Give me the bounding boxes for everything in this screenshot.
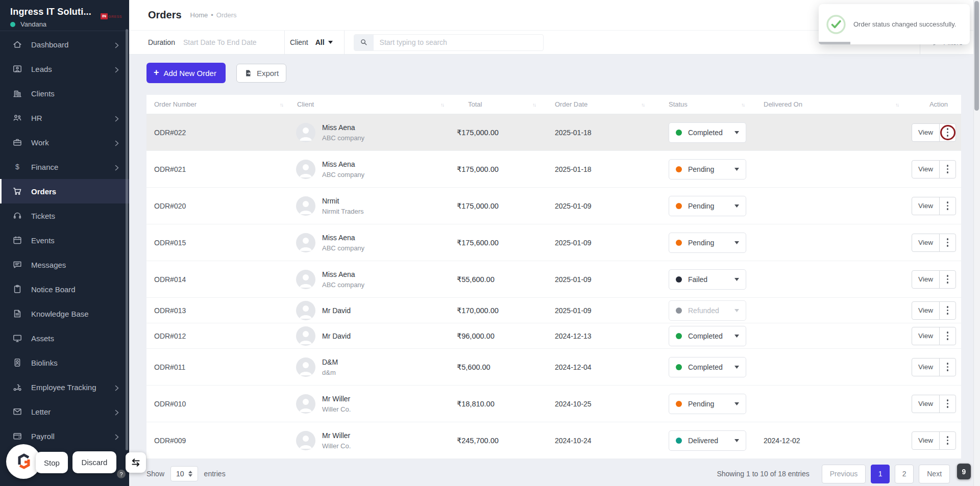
sidebar-nav: DashboardLeadsClientsHRWork$FinanceOrder… (0, 32, 129, 448)
sort-icon[interactable]: ↑↓ (895, 101, 898, 107)
sidebar-item-tickets[interactable]: Tickets (0, 203, 129, 228)
view-button[interactable]: View (912, 395, 939, 413)
order-number: ODR#015 (146, 239, 296, 247)
stop-button[interactable]: Stop (36, 452, 68, 473)
duration-input[interactable] (183, 38, 284, 46)
view-button[interactable]: View (912, 124, 939, 141)
table-row: ODR#021Miss AenaABC company₹175,000.0020… (146, 151, 961, 188)
status-cell: Completed (657, 357, 757, 377)
kebab-menu-button[interactable] (939, 271, 955, 288)
sidebar-item-leads[interactable]: Leads (0, 57, 129, 81)
search-input[interactable] (374, 38, 543, 46)
sidebar-item-assets[interactable]: Assets (0, 326, 129, 350)
status-select[interactable]: Refunded (669, 300, 746, 321)
status-select[interactable]: Pending (669, 394, 746, 414)
status-select[interactable]: Completed (669, 326, 746, 346)
breadcrumb-home[interactable]: Home (190, 11, 208, 19)
status-select[interactable]: Failed (669, 269, 746, 290)
sort-icon[interactable]: ↑↓ (641, 101, 644, 107)
orders-table: Order Number↑↓Client↑↓Total↑↓Order Date↑… (146, 95, 961, 459)
view-button[interactable]: View (912, 432, 939, 449)
order-total: ₹18,810.00 (457, 400, 549, 408)
sidebar: Ingress IT Soluti... Vandana IN GRESS Da… (0, 0, 129, 486)
view-button[interactable]: View (912, 271, 939, 288)
breadcrumb-current: Orders (216, 11, 237, 19)
kebab-menu-button[interactable] (939, 234, 955, 251)
client-avatar (296, 394, 315, 414)
status-dot (676, 276, 682, 283)
sidebar-item-hr[interactable]: HR (0, 106, 129, 130)
view-button[interactable]: View (912, 359, 939, 376)
view-button[interactable]: View (912, 302, 939, 319)
action-cell: View (912, 234, 961, 252)
status-select[interactable]: Completed (669, 122, 746, 143)
client-avatar (296, 431, 315, 450)
client-dropdown[interactable]: All (315, 38, 333, 46)
add-new-order-button[interactable]: + Add New Order (146, 63, 226, 83)
status-select[interactable]: Pending (669, 159, 746, 180)
status-select[interactable]: Delivered (669, 430, 746, 451)
pagination-1[interactable]: 1 (871, 465, 890, 483)
swap-button[interactable] (126, 452, 146, 473)
sidebar-item-knowledge-base[interactable]: Knowledge Base (0, 301, 129, 326)
sidebar-item-notice-board[interactable]: Notice Board (0, 277, 129, 301)
sidebar-item-dashboard[interactable]: Dashboard (0, 32, 129, 57)
column-header-total[interactable]: Total↑↓ (457, 95, 549, 114)
chevron-right-icon (115, 384, 119, 390)
page-scrollbar[interactable] (973, 0, 980, 486)
order-date: 2025-01-09 (549, 306, 657, 315)
pagination-next[interactable]: Next (919, 465, 950, 483)
kebab-menu-button[interactable] (939, 432, 955, 449)
status-cell: Completed (657, 122, 757, 143)
page-size-select[interactable]: 10 (170, 466, 198, 481)
status-select[interactable]: Pending (669, 196, 746, 216)
client-cell: Mr David (296, 326, 457, 346)
column-header-status[interactable]: Status↑↓ (657, 95, 757, 114)
view-button[interactable]: View (912, 161, 939, 178)
status-select[interactable]: Completed (669, 357, 746, 377)
sidebar-scrollbar[interactable] (126, 29, 128, 450)
export-button[interactable]: Export (236, 64, 286, 83)
sort-icon[interactable]: ↑↓ (440, 101, 444, 107)
kebab-menu-button[interactable] (939, 161, 955, 178)
sidebar-item-work[interactable]: Work (0, 130, 129, 155)
cart-icon (12, 186, 22, 196)
sidebar-item-messages[interactable]: Messages (0, 252, 129, 277)
kebab-menu-button[interactable] (939, 327, 955, 345)
pagination-2[interactable]: 2 (895, 465, 914, 483)
view-button[interactable]: View (912, 327, 939, 345)
column-header-order-number[interactable]: Order Number↑↓ (146, 95, 296, 114)
sidebar-item-orders[interactable]: Orders (0, 179, 129, 203)
scrollbar-thumb[interactable] (974, 1, 979, 111)
discard-button[interactable]: Discard (72, 451, 116, 473)
view-button[interactable]: View (912, 197, 939, 215)
sort-icon[interactable]: ↑↓ (280, 101, 283, 107)
sidebar-item-finance[interactable]: $Finance (0, 155, 129, 179)
client-cell: NrmitNirmit Traders (296, 196, 457, 216)
sidebar-item-employee-tracking[interactable]: Employee Tracking (0, 375, 129, 399)
kebab-menu-button[interactable] (939, 302, 955, 319)
sidebar-item-letter[interactable]: Letter (0, 399, 129, 424)
order-date: 2024-12-13 (549, 332, 657, 340)
status-select[interactable]: Pending (669, 233, 746, 253)
order-total: ₹245,700.00 (457, 437, 549, 445)
pagination-previous[interactable]: Previous (822, 465, 866, 483)
column-header-delivered-on[interactable]: Delivered On↑↓ (757, 95, 912, 114)
kebab-menu-button[interactable] (939, 197, 955, 215)
column-header-client[interactable]: Client↑↓ (296, 95, 457, 114)
client-name: Miss Aena (322, 123, 364, 132)
kebab-menu-button[interactable] (939, 359, 955, 376)
sidebar-item-clients[interactable]: Clients (0, 81, 129, 106)
kebab-menu-button[interactable] (939, 124, 955, 141)
client-label: Client (290, 38, 308, 46)
sort-icon[interactable]: ↑↓ (532, 101, 535, 107)
column-header-order-date[interactable]: Order Date↑↓ (549, 95, 657, 114)
sidebar-item-events[interactable]: Events (0, 228, 129, 252)
kebab-icon (947, 363, 949, 371)
kebab-menu-button[interactable] (939, 395, 955, 413)
view-button[interactable]: View (912, 234, 939, 251)
pagination: Previous12Next (817, 465, 950, 483)
sort-icon[interactable]: ↑↓ (741, 101, 744, 107)
order-date: 2025-01-09 (549, 239, 657, 247)
sidebar-item-biolinks[interactable]: Biolinks (0, 350, 129, 375)
